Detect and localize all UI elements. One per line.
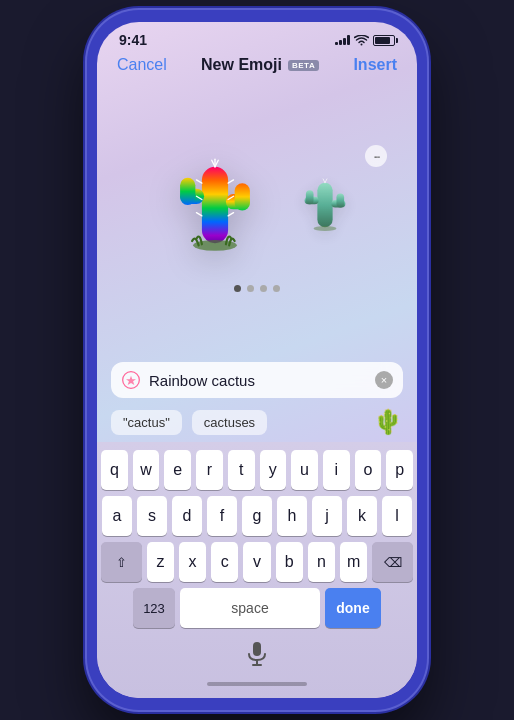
- key-g[interactable]: g: [242, 496, 272, 536]
- suggestion-emoji[interactable]: 🌵: [373, 408, 403, 436]
- keyboard-row-4: 123 space done: [101, 588, 413, 628]
- space-label: space: [231, 600, 268, 616]
- key-v[interactable]: v: [243, 542, 270, 582]
- svg-rect-2: [180, 177, 195, 204]
- status-icons: [335, 35, 395, 46]
- key-l[interactable]: l: [382, 496, 412, 536]
- battery-icon: [373, 35, 395, 46]
- signal-icon: [335, 35, 350, 45]
- emoji-carousel: ···: [107, 135, 407, 275]
- key-e[interactable]: e: [164, 450, 191, 490]
- home-bar: [207, 682, 307, 686]
- key-o[interactable]: o: [355, 450, 382, 490]
- wifi-icon: [354, 35, 369, 46]
- key-s[interactable]: s: [137, 496, 167, 536]
- phone-screen: 9:41 Cancel New Emoji: [97, 22, 417, 698]
- keyboard-row-1: q w e r t y u i o p: [101, 450, 413, 490]
- key-w[interactable]: w: [133, 450, 160, 490]
- svg-rect-0: [201, 166, 227, 242]
- key-u[interactable]: u: [291, 450, 318, 490]
- key-y[interactable]: y: [260, 450, 287, 490]
- suggestion-cactuses[interactable]: cactuses: [192, 410, 267, 435]
- svg-line-9: [196, 212, 201, 215]
- key-t[interactable]: t: [228, 450, 255, 490]
- key-d[interactable]: d: [172, 496, 202, 536]
- svg-line-5: [196, 179, 201, 182]
- key-m[interactable]: m: [340, 542, 367, 582]
- more-icon: ···: [373, 148, 379, 164]
- dot-3[interactable]: [260, 285, 267, 292]
- shift-key[interactable]: ⇧: [101, 542, 142, 582]
- svg-rect-19: [336, 193, 344, 207]
- key-h[interactable]: h: [277, 496, 307, 536]
- nav-bar: Cancel New Emoji BETA Insert: [97, 52, 417, 82]
- space-key[interactable]: space: [180, 588, 320, 628]
- beta-badge: BETA: [288, 60, 319, 71]
- secondary-emoji[interactable]: [290, 170, 360, 240]
- svg-rect-4: [234, 183, 249, 210]
- home-indicator: [101, 678, 413, 694]
- done-label: done: [336, 600, 369, 616]
- suggestion-cactus-quoted[interactable]: "cactus": [111, 410, 182, 435]
- key-r[interactable]: r: [196, 450, 223, 490]
- insert-button[interactable]: Insert: [353, 56, 397, 74]
- key-p[interactable]: p: [386, 450, 413, 490]
- delete-key[interactable]: ⌫: [372, 542, 413, 582]
- svg-line-6: [228, 179, 233, 182]
- keyboard-row-3: ⇧ z x c v b n m ⌫: [101, 542, 413, 582]
- bottom-bar: [101, 634, 413, 678]
- numbers-label: 123: [143, 601, 165, 616]
- svg-line-10: [228, 212, 233, 215]
- keyboard-row-2: a s d f g h j k l: [101, 496, 413, 536]
- key-q[interactable]: q: [101, 450, 128, 490]
- search-input[interactable]: Rainbow cactus: [149, 372, 367, 389]
- search-box[interactable]: Rainbow cactus ×: [111, 362, 403, 398]
- key-a[interactable]: a: [102, 496, 132, 536]
- svg-rect-24: [253, 642, 261, 656]
- key-x[interactable]: x: [179, 542, 206, 582]
- microphone-icon[interactable]: [245, 640, 269, 668]
- more-button[interactable]: ···: [365, 145, 387, 167]
- key-k[interactable]: k: [347, 496, 377, 536]
- search-container: Rainbow cactus ×: [97, 354, 417, 402]
- dot-1[interactable]: [234, 285, 241, 292]
- keyboard: q w e r t y u i o p a s d f g h j k: [97, 442, 417, 698]
- emoji-area: ···: [97, 82, 417, 354]
- status-time: 9:41: [119, 32, 147, 48]
- magic-icon: [121, 370, 141, 390]
- svg-rect-15: [317, 182, 332, 227]
- dot-4[interactable]: [273, 285, 280, 292]
- key-b[interactable]: b: [276, 542, 303, 582]
- clear-icon: ×: [381, 374, 387, 386]
- suggestions-bar: "cactus" cactuses 🌵: [97, 402, 417, 442]
- svg-line-21: [325, 178, 327, 182]
- main-emoji[interactable]: [155, 145, 275, 265]
- key-i[interactable]: i: [323, 450, 350, 490]
- svg-rect-17: [305, 190, 313, 204]
- numbers-key[interactable]: 123: [133, 588, 175, 628]
- dot-2[interactable]: [247, 285, 254, 292]
- svg-point-22: [313, 226, 336, 231]
- key-j[interactable]: j: [312, 496, 342, 536]
- page-dots: [234, 285, 280, 292]
- cancel-button[interactable]: Cancel: [117, 56, 167, 74]
- key-f[interactable]: f: [207, 496, 237, 536]
- nav-title: New Emoji BETA: [201, 56, 319, 74]
- svg-line-20: [323, 178, 325, 182]
- key-n[interactable]: n: [308, 542, 335, 582]
- key-c[interactable]: c: [211, 542, 238, 582]
- key-z[interactable]: z: [147, 542, 174, 582]
- page-title: New Emoji: [201, 56, 282, 74]
- phone-frame: 9:41 Cancel New Emoji: [87, 10, 427, 710]
- done-key[interactable]: done: [325, 588, 381, 628]
- status-bar: 9:41: [97, 22, 417, 52]
- clear-button[interactable]: ×: [375, 371, 393, 389]
- delete-icon: ⌫: [384, 555, 402, 570]
- shift-icon: ⇧: [116, 555, 127, 570]
